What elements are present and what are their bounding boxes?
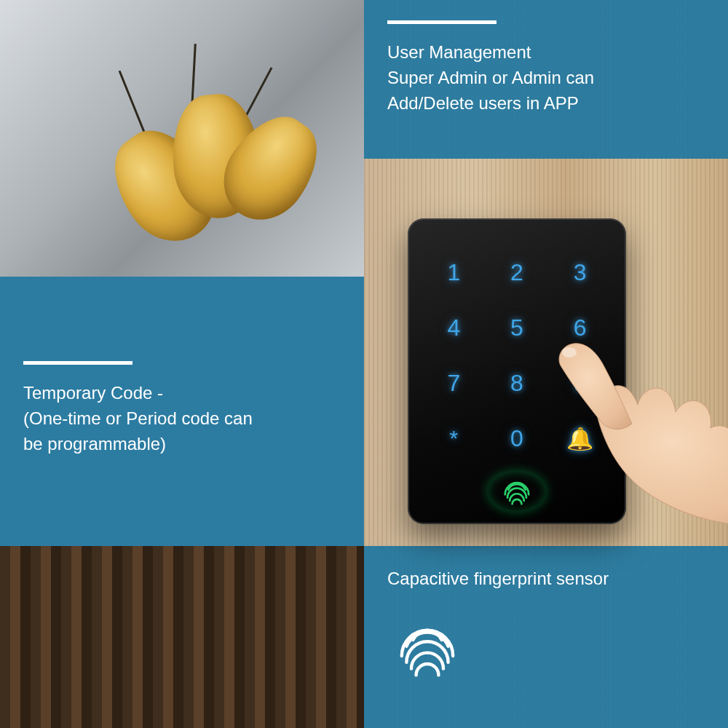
callout-text: Capacitive fingerprint sensor: [387, 566, 705, 592]
background-window: [0, 0, 364, 277]
keypad-key-4[interactable]: 4: [424, 301, 484, 354]
keypad-key-7[interactable]: 7: [424, 357, 484, 409]
keypad-key-0[interactable]: 0: [487, 412, 547, 464]
keypad-key-8[interactable]: 8: [487, 357, 547, 409]
keypad-key-bell[interactable]: 🔔: [550, 412, 610, 464]
keypad-key-star[interactable]: *: [424, 412, 484, 464]
callout-temporary-code: Temporary Code - (One-time or Period cod…: [0, 277, 364, 546]
keypad-key-5[interactable]: 5: [487, 301, 547, 354]
keypad-key-1[interactable]: 1: [424, 246, 484, 298]
fingerprint-icon: [387, 608, 467, 688]
keypad-key-9[interactable]: 9: [550, 357, 610, 409]
callout-text: User Management Super Admin or Admin can…: [387, 40, 705, 116]
callout-text: Temporary Code - (One-time or Period cod…: [23, 381, 341, 456]
divider: [23, 361, 132, 365]
keypad-key-3[interactable]: 3: [550, 246, 610, 298]
background-wood-table: [0, 546, 364, 728]
keypad-key-2[interactable]: 2: [487, 246, 547, 298]
fingerprint-scanner-icon: [497, 472, 537, 511]
access-keypad-device: 1 2 3 4 5 6 7 8 9 * 0 🔔: [408, 218, 626, 524]
keypad-grid: 1 2 3 4 5 6 7 8 9 * 0 🔔: [424, 246, 610, 464]
callout-fingerprint-sensor: Capacitive fingerprint sensor: [364, 546, 728, 728]
fingerprint-scanner[interactable]: [488, 472, 546, 511]
product-feature-graphic: User Management Super Admin or Admin can…: [0, 0, 728, 728]
keypad-key-6[interactable]: 6: [550, 301, 610, 354]
callout-user-management: User Management Super Admin or Admin can…: [364, 0, 728, 159]
divider: [387, 20, 496, 24]
